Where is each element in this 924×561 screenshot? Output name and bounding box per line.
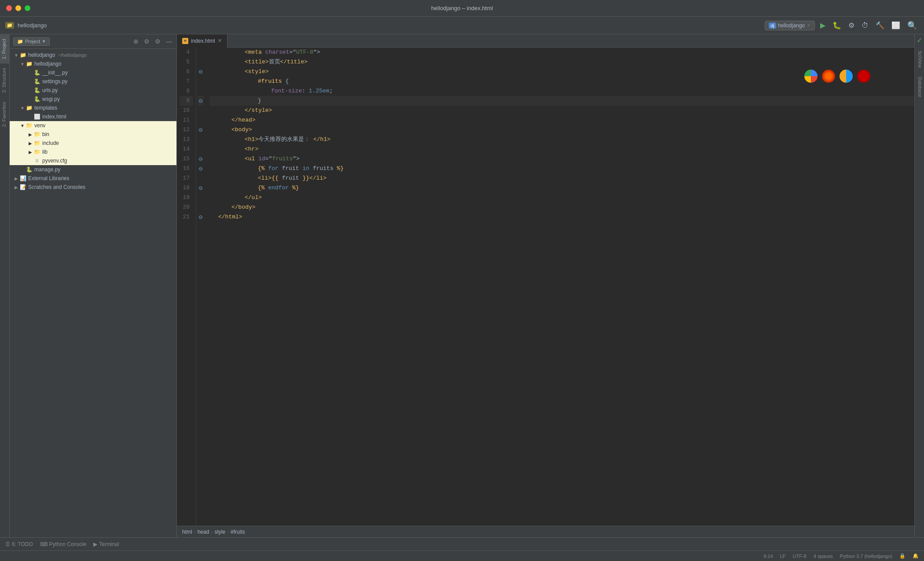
gutter-13 (198, 135, 204, 144)
indent-setting[interactable]: 4 spaces (814, 554, 833, 559)
tree-item-lib[interactable]: ▶ 📁 lib (10, 148, 176, 156)
encoding[interactable]: UTF-8 (793, 554, 807, 559)
line-num-14: 14 (180, 144, 193, 154)
stop-button[interactable]: ⬜ (890, 20, 902, 30)
tree-item-templates[interactable]: ▼ 📁 templates (10, 103, 176, 112)
tree-item-init-py[interactable]: ▶ 🐍 __init__.py (10, 68, 176, 77)
breadcrumb-head[interactable]: head (198, 529, 209, 535)
notifications-icon[interactable]: 🔔 (913, 553, 919, 559)
folder-icon: 📁 (26, 60, 33, 67)
editor-tabs: H index.html ✕ (177, 34, 914, 48)
tree-label: hellodjango (28, 52, 55, 58)
run-configuration[interactable]: dj hellodjango ▼ (765, 21, 815, 30)
chrome-icon[interactable] (804, 70, 818, 83)
safari-icon[interactable] (840, 70, 853, 83)
line-num-21: 21 (180, 212, 193, 222)
gutter-9[interactable]: ⊖ (198, 96, 204, 106)
profile-button[interactable]: ⏱ (860, 21, 870, 30)
project-dropdown[interactable]: 📁 Project ▼ (13, 37, 50, 46)
project-name: hellodjango (18, 22, 47, 29)
tree-item-scratches[interactable]: ▶ 📝 Scratches and Consoles (10, 183, 176, 192)
terminal-button[interactable]: ▶ Terminal (93, 541, 119, 547)
breadcrumb-html[interactable]: html (182, 529, 192, 535)
breadcrumb-bar: html › head › style › #fruits (177, 526, 914, 537)
coverage-button[interactable]: ⚙ (847, 20, 856, 30)
collapse-button[interactable]: — (165, 37, 173, 46)
close-button[interactable] (6, 5, 12, 11)
gutter-21[interactable]: ⊖ (198, 212, 204, 222)
tree-item-hellodjango-sub[interactable]: ▼ 📁 hellodjango (10, 59, 176, 68)
code-line-20: </body> (209, 203, 914, 212)
search-everywhere-button[interactable]: 🔍 (906, 20, 919, 31)
right-tab-sciview[interactable]: SciView (915, 46, 924, 72)
opera-icon[interactable] (857, 70, 870, 83)
gutter-18[interactable]: ⊖ (198, 183, 204, 193)
run-button[interactable]: ▶ (818, 20, 827, 30)
todo-button[interactable]: ☰ 6: TODO (5, 541, 33, 547)
lib-icon: 📊 (19, 175, 26, 182)
checkmark-icon: ✓ (915, 34, 924, 46)
gutter-12[interactable]: ⊖ (198, 125, 204, 135)
python-console-button[interactable]: ⌨ Python Console (40, 541, 87, 547)
folder-icon: 📁 (33, 148, 40, 155)
code-content[interactable]: <meta charset="UTF-8"> <title>首页</title>… (205, 48, 914, 526)
line-num-17: 17 (180, 173, 193, 183)
locate-file-button[interactable]: ⊕ (132, 37, 139, 46)
minimize-button[interactable] (15, 5, 21, 11)
tree-item-bin[interactable]: ▶ 📁 bin (10, 130, 176, 139)
top-toolbar: 📁 hellodjango dj hellodjango ▼ ▶ 🐛 ⚙ ⏱ 🔨… (0, 17, 924, 34)
line-num-5: 5 (180, 57, 193, 67)
folder-small-icon: 📁 (17, 39, 23, 44)
tab-index-html[interactable]: H index.html ✕ (177, 34, 227, 48)
code-line-4: <meta charset="UTF-8"> (209, 48, 914, 57)
tree-item-index-html[interactable]: ▶ ⬜ index.html (10, 112, 176, 121)
tree-item-include[interactable]: ▶ 📁 include (10, 139, 176, 148)
folder-icon: 📁 (33, 140, 40, 147)
python-console-label: Python Console (49, 541, 87, 547)
build-button[interactable]: 🔨 (874, 20, 886, 30)
right-tab-database[interactable]: Database (915, 72, 924, 102)
tree-item-external-libs[interactable]: ▶ 📊 External Libraries (10, 174, 176, 183)
tree-item-manage-py[interactable]: ▶ 🐍 manage.py (10, 165, 176, 174)
tab-close-button[interactable]: ✕ (218, 38, 222, 44)
expand-arrow: ▼ (19, 105, 26, 111)
debug-button[interactable]: 🐛 (831, 20, 843, 30)
tree-item-pyvenv-cfg[interactable]: ▶ ≡ pyvenv.cfg (10, 156, 176, 165)
window-controls[interactable] (6, 5, 30, 11)
gutter-15[interactable]: ⊖ (198, 154, 204, 164)
gutter-20 (198, 203, 204, 212)
python-console-icon: ⌨ (40, 541, 48, 547)
gutter-6[interactable]: ⊖ (198, 67, 204, 77)
line-ending[interactable]: LF (780, 554, 786, 559)
tree-label: __init__.py (42, 70, 68, 76)
code-line-9: } (209, 96, 914, 106)
folder-icon: 📁 (26, 122, 33, 129)
sidebar-item-favorites[interactable]: 2: Favorites (0, 97, 9, 131)
browser-icons-panel (804, 70, 870, 83)
tree-item-venv[interactable]: ▼ 📁 venv (10, 121, 176, 130)
code-line-18: {% endfor %} (209, 183, 914, 193)
breadcrumb-fruits[interactable]: #fruits (231, 529, 245, 535)
tree-item-settings-py[interactable]: ▶ 🐍 settings.py (10, 77, 176, 86)
tree-item-wsgi-py[interactable]: ▶ 🐍 wsgi.py (10, 95, 176, 103)
terminal-icon: ▶ (93, 541, 97, 547)
tree-item-urls-py[interactable]: ▶ 🐍 urls.py (10, 86, 176, 95)
tree-item-hellodjango-root[interactable]: ▼ 📁 hellodjango ~/hellodjango (10, 51, 176, 59)
sidebar-item-structure[interactable]: 2: Structure (0, 63, 9, 97)
gutter-16[interactable]: ⊖ (198, 164, 204, 173)
breadcrumb-style[interactable]: style (214, 529, 225, 535)
titlebar: hellodjango – index.html (0, 0, 924, 17)
expand-arrow: ▶ (13, 184, 19, 190)
settings-button[interactable]: ⚙ (154, 37, 161, 46)
view-options-button[interactable]: ⚙ (143, 37, 150, 46)
py-icon: 🐍 (33, 78, 40, 85)
run-config-dropdown-icon[interactable]: ▼ (807, 23, 811, 28)
line-num-18: 18 (180, 183, 193, 193)
python-version[interactable]: Python 3.7 (hellodjango) (840, 554, 892, 559)
sidebar-item-project[interactable]: 1: Project (0, 34, 9, 63)
firefox-icon[interactable] (822, 70, 835, 83)
maximize-button[interactable] (25, 5, 30, 11)
scratch-icon: 📝 (19, 184, 26, 191)
tree-label: settings.py (42, 78, 67, 85)
status-bar: 9:14 LF UTF-8 4 spaces Python 3.7 (hello… (0, 550, 924, 561)
